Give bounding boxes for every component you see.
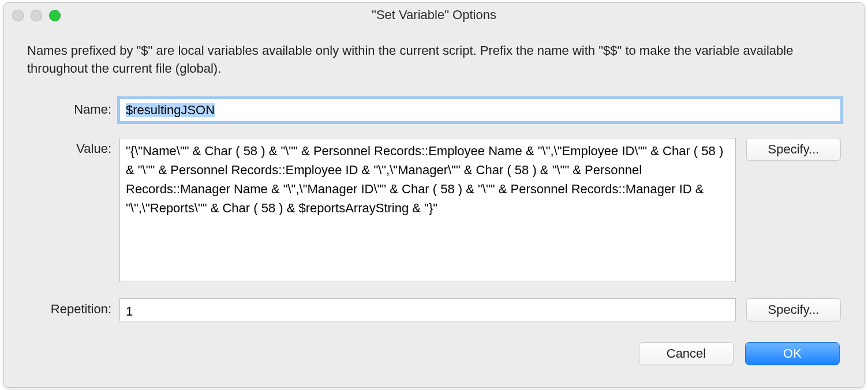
name-input-value: $resultingJSON	[126, 103, 215, 117]
value-controls: "{\"Name\"" & Char ( 58 ) & "\"" & Perso…	[119, 138, 841, 282]
repetition-controls: 1 Specify...	[119, 298, 841, 321]
value-specify-button[interactable]: Specify...	[746, 138, 841, 161]
name-input-col: $resultingJSON	[119, 99, 841, 122]
repetition-label: Repetition:	[27, 298, 119, 317]
dialog-window: "Set Variable" Options Names prefixed by…	[3, 2, 865, 388]
value-input-col: "{\"Name\"" & Char ( 58 ) & "\"" & Perso…	[119, 138, 736, 282]
window-title: "Set Variable" Options	[372, 6, 496, 22]
zoom-window-button[interactable]	[49, 10, 61, 21]
value-row: Value: "{\"Name\"" & Char ( 58 ) & "\"" …	[27, 138, 841, 282]
name-controls: $resultingJSON	[119, 99, 841, 122]
dialog-content: Names prefixed by "$" are local variable…	[4, 26, 864, 387]
repetition-row: Repetition: 1 Specify...	[27, 298, 841, 321]
value-label: Value:	[27, 138, 119, 156]
repetition-display: 1	[119, 298, 736, 321]
ok-button[interactable]: OK	[745, 342, 840, 365]
dialog-footer: Cancel OK	[27, 337, 841, 376]
window-controls	[12, 10, 61, 21]
name-row: Name: $resultingJSON	[27, 99, 841, 122]
name-input[interactable]: $resultingJSON	[119, 99, 841, 122]
repetition-input-col: 1	[119, 298, 736, 321]
titlebar: "Set Variable" Options	[4, 3, 864, 26]
minimize-window-button[interactable]	[31, 10, 42, 21]
cancel-button[interactable]: Cancel	[639, 342, 734, 365]
value-display: "{\"Name\"" & Char ( 58 ) & "\"" & Perso…	[119, 138, 736, 282]
name-label: Name:	[27, 99, 119, 117]
description-text: Names prefixed by "$" are local variable…	[27, 42, 841, 78]
form-area: Name: $resultingJSON Value: "{\"Name\"" …	[27, 99, 841, 337]
repetition-specify-button[interactable]: Specify...	[746, 298, 841, 321]
close-window-button[interactable]	[12, 10, 24, 21]
